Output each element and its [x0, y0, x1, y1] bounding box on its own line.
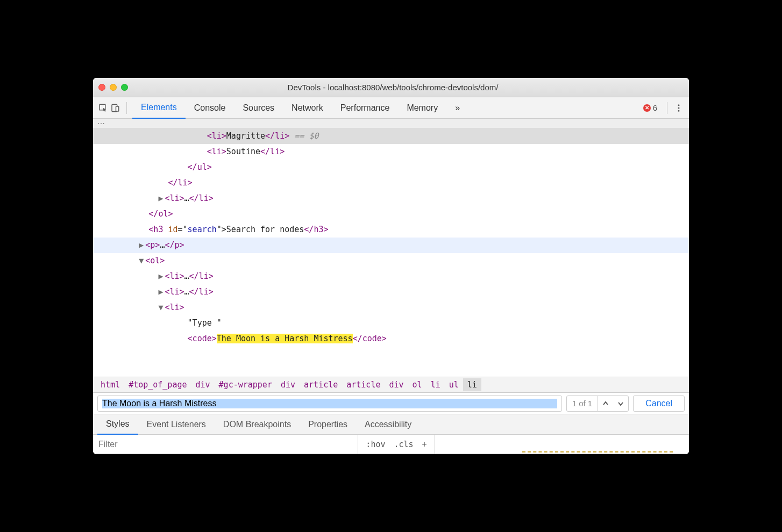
subtab-accessibility[interactable]: Accessibility: [356, 414, 420, 435]
main-tab-bar: Elements Console Sources Network Perform…: [93, 97, 689, 119]
titlebar: DevTools - localhost:8080/web/tools/chro…: [93, 78, 689, 97]
styles-filter-input[interactable]: [98, 440, 352, 449]
styles-toggles: :hov .cls +: [358, 435, 434, 454]
expand-arrow-icon[interactable]: ▶: [158, 269, 165, 284]
collapse-arrow-icon[interactable]: ▼: [139, 253, 145, 269]
dom-text-node[interactable]: "Type ": [93, 315, 689, 331]
window-title: DevTools - localhost:8080/web/tools/chro…: [134, 83, 651, 92]
breadcrumb-item[interactable]: ol: [408, 378, 426, 391]
tab-console[interactable]: Console: [186, 97, 234, 119]
search-highlight: The Moon is a Harsh Mistress: [217, 334, 353, 343]
dom-node-expanded[interactable]: ▼<ol>: [93, 253, 689, 269]
dom-node[interactable]: <code>The Moon is a Harsh Mistress</code…: [93, 331, 689, 347]
svg-point-4: [678, 107, 680, 109]
breadcrumb-item[interactable]: ul: [445, 378, 463, 391]
minimize-window-button[interactable]: [110, 84, 117, 91]
error-icon: ✕: [643, 104, 651, 112]
collapse-arrow-icon[interactable]: ▼: [158, 300, 165, 315]
breadcrumb-item[interactable]: #top_of_page: [124, 378, 191, 391]
breadcrumb-item[interactable]: div: [276, 378, 300, 391]
context-dots: ⋯: [97, 119, 106, 128]
devtools-window: DevTools - localhost:8080/web/tools/chro…: [93, 78, 689, 454]
search-input[interactable]: [102, 399, 557, 408]
subtab-dom-breakpoints[interactable]: DOM Breakpoints: [215, 414, 300, 435]
tab-memory[interactable]: Memory: [398, 97, 446, 119]
kebab-menu-icon[interactable]: [673, 102, 685, 114]
dom-node-hover[interactable]: ▶<p>…</p>: [93, 238, 689, 253]
dom-node-selected[interactable]: <li>Magritte</li> == $0: [93, 128, 689, 144]
computed-pane: [435, 435, 689, 454]
context-bar[interactable]: ⋯: [93, 119, 689, 128]
dom-node[interactable]: </li>: [93, 175, 689, 191]
error-count: 6: [653, 103, 657, 112]
separator: [667, 102, 667, 114]
dom-node-collapsed[interactable]: ▶<li>…</li>: [93, 269, 689, 284]
expand-arrow-icon[interactable]: ▶: [158, 284, 165, 300]
device-toolbar-icon[interactable]: [109, 102, 121, 114]
tab-sources[interactable]: Sources: [234, 97, 283, 119]
maximize-window-button[interactable]: [121, 84, 128, 91]
tab-elements[interactable]: Elements: [132, 97, 186, 119]
breadcrumb-item[interactable]: li: [426, 378, 445, 391]
breadcrumb-item[interactable]: article: [342, 378, 385, 391]
search-cancel-button[interactable]: Cancel: [633, 396, 685, 412]
dom-node[interactable]: <li>Soutine</li>: [93, 144, 689, 160]
subtab-properties[interactable]: Properties: [300, 414, 356, 435]
search-prev-button[interactable]: [598, 401, 613, 406]
breadcrumb-item[interactable]: div: [385, 378, 408, 391]
breadcrumb-item[interactable]: div: [191, 378, 215, 391]
dom-node-collapsed[interactable]: ▶<li>…</li>: [93, 284, 689, 300]
breadcrumb-item-selected[interactable]: li: [463, 378, 481, 391]
svg-point-3: [678, 104, 680, 106]
dom-node[interactable]: </ul>: [93, 160, 689, 175]
styles-filter-row: :hov .cls +: [93, 435, 689, 454]
inspect-element-icon[interactable]: [97, 102, 109, 114]
styles-filter-container: [93, 435, 358, 454]
search-next-button[interactable]: [613, 401, 628, 406]
separator: [126, 102, 127, 114]
expand-arrow-icon[interactable]: ▶: [139, 238, 145, 253]
search-bar: 1 of 1 Cancel: [93, 393, 689, 414]
tab-network[interactable]: Network: [283, 97, 332, 119]
expand-arrow-icon[interactable]: ▶: [158, 191, 165, 206]
search-input-container: [97, 396, 562, 412]
dom-node[interactable]: </ol>: [93, 206, 689, 222]
box-model-hint: [522, 451, 673, 454]
subtab-event-listeners[interactable]: Event Listeners: [138, 414, 215, 435]
breadcrumb-item[interactable]: article: [300, 378, 342, 391]
close-window-button[interactable]: [98, 84, 105, 91]
search-result-count: 1 of 1: [567, 396, 599, 411]
error-count-badge[interactable]: ✕ 6: [643, 103, 657, 112]
breadcrumb-item[interactable]: #gc-wrapper: [215, 378, 276, 391]
hov-toggle[interactable]: :hov: [361, 440, 389, 449]
dom-node-collapsed[interactable]: ▶<li>…</li>: [93, 191, 689, 206]
dom-tree[interactable]: <li>Magritte</li> == $0 <li>Soutine</li>…: [93, 128, 689, 377]
search-nav: 1 of 1: [566, 396, 629, 412]
dom-node-expanded[interactable]: ▼<li>: [93, 300, 689, 315]
new-rule-button[interactable]: +: [418, 440, 431, 449]
breadcrumb-bar: html #top_of_page div #gc-wrapper div ar…: [93, 377, 689, 393]
cls-toggle[interactable]: .cls: [389, 440, 417, 449]
breadcrumb-item[interactable]: html: [96, 378, 124, 391]
styles-tab-bar: Styles Event Listeners DOM Breakpoints P…: [93, 414, 689, 435]
svg-rect-2: [116, 106, 119, 111]
window-controls: [98, 84, 128, 91]
tab-overflow[interactable]: »: [446, 97, 468, 119]
tab-performance[interactable]: Performance: [332, 97, 399, 119]
svg-point-5: [678, 110, 680, 111]
subtab-styles[interactable]: Styles: [97, 414, 138, 435]
dom-node[interactable]: <h3 id="search">Search for nodes</h3>: [93, 222, 689, 238]
